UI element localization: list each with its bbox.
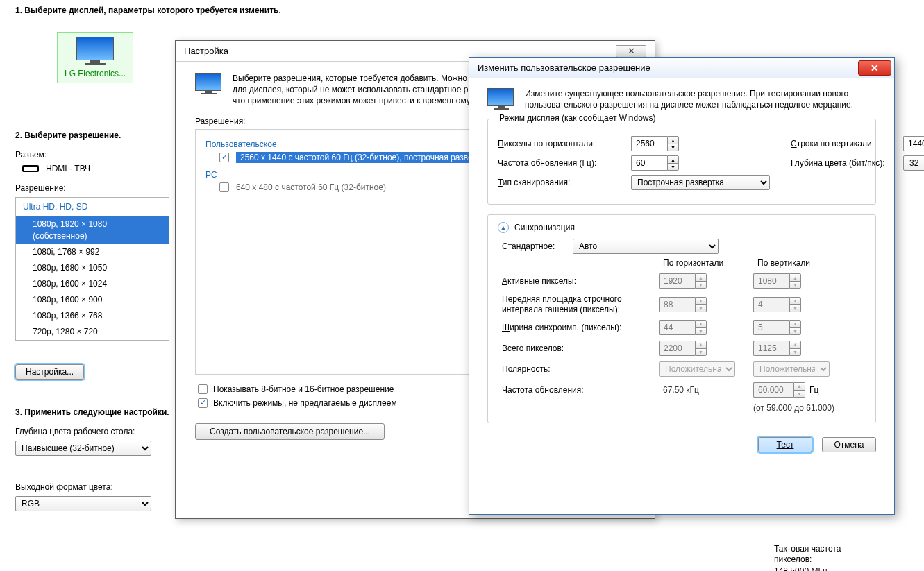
vlines-input[interactable] <box>903 136 924 151</box>
collapse-up-icon[interactable]: ▲ <box>498 222 509 233</box>
sync-group: ▲ Синхронизация Стандартное: Авто По гор… <box>487 214 876 423</box>
timing-standard-select[interactable]: Авто <box>573 239 719 254</box>
vlines-label: Строки по вертикали: <box>791 139 895 148</box>
spin-up-icon[interactable]: ▲ <box>668 156 678 164</box>
monitor-icon <box>195 73 223 107</box>
col-horizontal-header: По горизонтали <box>659 258 735 268</box>
active-v-spinner: ▲▼ <box>753 273 830 289</box>
customize-dialog-title: Настройка <box>184 41 228 62</box>
sync-width-label: Ширина синхроимп. (пикселы): <box>502 323 641 332</box>
timing-standard-label: Стандартное: <box>502 241 564 251</box>
vlines-spinner[interactable]: ▲▼ <box>903 136 924 151</box>
scan-type-label: Тип сканирования: <box>498 178 623 187</box>
total-pixels-label: Всего пикселов: <box>502 343 641 353</box>
display-mode-legend: Режим дисплея (как сообщает Windows) <box>495 113 660 123</box>
hpixels-label: Пикселы по горизонтали: <box>498 139 623 148</box>
display-caption: LG Electronics... <box>65 69 126 78</box>
output-color-select[interactable]: RGB <box>15 496 151 511</box>
custom-resolution-dialog-info: Измените существующее пользовательское р… <box>525 88 876 110</box>
syncw-h-spinner: ▲▼ <box>659 320 735 335</box>
connector-value: HDMI - ТВЧ <box>46 164 90 173</box>
create-custom-resolution-button[interactable]: Создать пользовательское разрешение... <box>195 423 385 440</box>
sync-group-title: Синхронизация <box>514 223 575 232</box>
display-mode-group: Режим дисплея (как сообщает Windows) Пик… <box>487 119 876 205</box>
monitor-icon <box>76 37 114 67</box>
hdmi-icon <box>22 165 39 172</box>
refresh-unit: Гц <box>809 385 818 395</box>
display-thumbnail[interactable]: LG Electronics... <box>57 32 133 83</box>
refresh-h-value: 67.50 кГц <box>659 385 735 395</box>
active-pixels-label: Активные пикселы: <box>502 276 641 286</box>
customize-button[interactable]: Настройка... <box>15 364 84 380</box>
custom-resolution-item[interactable]: 2560 x 1440 с частотой 60 Гц (32-битное)… <box>236 152 494 163</box>
output-color-label: Выходной формат цвета: <box>15 482 151 492</box>
front-porch-label: Передняя площадка строчного интервала га… <box>502 294 641 314</box>
resolution-item[interactable]: 1080p, 1600 × 900 <box>16 292 169 308</box>
show-8bit-label: Показывать 8-битное и 16-битное разрешен… <box>213 384 394 394</box>
checkbox-icon[interactable] <box>219 182 229 192</box>
polarity-h-select: Положительная <box>659 361 735 377</box>
refresh-v-spinner: ▲▼ <box>753 382 805 398</box>
polarity-v-select: Положительная <box>753 361 830 377</box>
front-h-spinner: ▲▼ <box>659 297 735 312</box>
active-h-spinner: ▲▼ <box>659 273 735 289</box>
pixel-clock-value: 148.5000 МГц <box>774 566 857 571</box>
pixel-clock-label: Тактовая частота пикселов: <box>774 544 857 565</box>
front-v-spinner: ▲▼ <box>753 297 830 312</box>
pc-resolution-item[interactable]: 640 x 480 с частотой 60 Гц (32-битное) <box>236 182 386 192</box>
resolution-item[interactable]: 1080p, 1680 × 1050 <box>16 260 169 276</box>
total-v-spinner: ▲▼ <box>753 341 830 356</box>
resolution-item[interactable]: 1080p, 1600 × 1024 <box>16 276 169 292</box>
close-icon[interactable]: ✕ <box>858 60 891 76</box>
custom-resolution-dialog-title: Изменить пользовательское разрешение <box>478 62 650 73</box>
refresh-spinner[interactable]: ▲▼ <box>631 155 679 171</box>
resolution-item[interactable]: 1080p, 1366 × 768 <box>16 308 169 324</box>
test-button[interactable]: Тест <box>758 437 812 452</box>
show-8bit-checkbox[interactable] <box>198 384 208 394</box>
refresh-input[interactable] <box>631 155 667 171</box>
resolution-item[interactable]: 1080p, 1920 × 1080 (собственное) <box>16 216 169 244</box>
custom-resolution-dialog: Изменить пользовательское разрешение ✕ И… <box>469 57 895 515</box>
refresh-label: Частота обновления (Гц): <box>498 158 623 168</box>
scan-type-select[interactable]: Построчная развертка <box>631 175 770 190</box>
refresh-range: (от 59.000 до 61.000) <box>753 403 830 413</box>
resolution-item[interactable]: 720p, 1280 × 720 <box>16 324 169 340</box>
hpixels-spinner[interactable]: ▲▼ <box>631 136 679 151</box>
col-vertical-header: По вертикали <box>753 258 830 268</box>
color-depth-label2: Глубина цвета (бит/пкс): <box>791 158 895 168</box>
include-modes-label: Включить режимы, не предлагаемые дисплее… <box>213 398 397 408</box>
include-modes-checkbox[interactable] <box>198 398 208 408</box>
monitor-icon <box>487 88 515 110</box>
spin-up-icon[interactable]: ▲ <box>668 137 678 144</box>
spin-down-icon[interactable]: ▼ <box>668 144 678 151</box>
checkbox-icon[interactable] <box>219 153 229 162</box>
total-h-spinner: ▲▼ <box>659 341 735 356</box>
close-icon[interactable]: ✕ <box>616 45 646 58</box>
color-depth-select[interactable]: Наивысшее (32-битное) <box>15 441 151 456</box>
spin-down-icon[interactable]: ▼ <box>668 164 678 171</box>
resolution-item[interactable]: 1080i, 1768 × 992 <box>16 244 169 260</box>
resolution-listbox[interactable]: Ultra HD, HD, SD 1080p, 1920 × 1080 (соб… <box>15 197 169 341</box>
step1-title: 1. Выберите дисплей, параметры которого … <box>15 6 909 15</box>
hpixels-input[interactable] <box>631 136 667 151</box>
polarity-label: Полярность: <box>502 364 641 374</box>
syncw-v-spinner: ▲▼ <box>753 320 830 335</box>
cancel-button[interactable]: Отмена <box>822 437 876 452</box>
color-depth-select2[interactable]: 32 <box>903 155 924 171</box>
resolution-group-header: Ultra HD, HD, SD <box>16 198 169 216</box>
refresh-row-label: Частота обновления: <box>502 385 641 395</box>
